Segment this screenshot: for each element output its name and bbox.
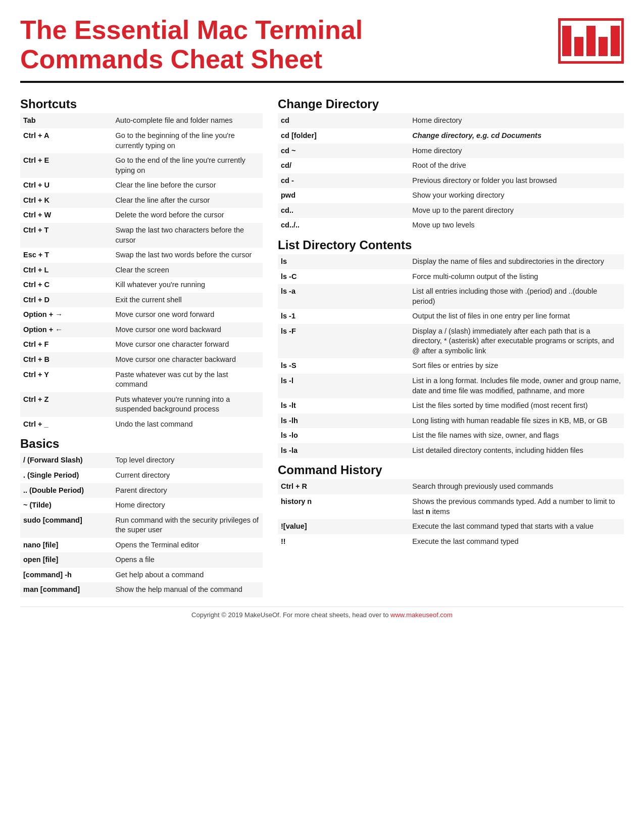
table-row: Option + →Move cursor one word forward [20, 307, 263, 322]
table-row: Ctrl + _Undo the last command [20, 417, 263, 432]
logo-bar-4 [599, 37, 608, 56]
table-row: Ctrl + CKill whatever you're running [20, 277, 263, 293]
table-row: cd ~Home directory [278, 144, 624, 159]
logo-bar-1 [562, 26, 571, 56]
cmd-cell: pwd [278, 188, 409, 203]
cmd-cell: Ctrl + D [20, 293, 112, 308]
cmd-cell: . (Single Period) [20, 468, 112, 483]
table-row: .. (Double Period)Parent directory [20, 483, 263, 498]
cmd-cell: cd - [278, 173, 409, 189]
cmd-cell: .. (Double Period) [20, 483, 112, 498]
table-row: man [command]Show the help manual of the… [20, 582, 263, 597]
table-row: pwdShow your working directory [278, 188, 624, 203]
desc-cell: Sort files or entries by size [409, 358, 624, 374]
desc-cell: Move up to the parent directory [409, 203, 624, 218]
table-row: cdHome directory [278, 113, 624, 128]
cmd-cell: Option + ← [20, 322, 112, 338]
desc-cell: Go to the end of the line you're current… [112, 153, 263, 178]
table-row: / (Forward Slash)Top level directory [20, 453, 263, 468]
desc-cell: Delete the word before the cursor [112, 208, 263, 223]
desc-cell: Long listing with human readable file si… [409, 413, 624, 429]
table-row: ls -CForce multi-column output of the li… [278, 269, 624, 285]
table-row: ls -ltList the files sorted by time modi… [278, 398, 624, 413]
table-row: ls -laList detailed directory contents, … [278, 443, 624, 458]
cmd-cell: nano [file] [20, 538, 112, 553]
cmd-cell: ls -lo [278, 428, 409, 443]
cmd-cell: Ctrl + K [20, 193, 112, 208]
cmd-cell: Ctrl + T [20, 223, 112, 248]
cmd-cell: cd [folder] [278, 128, 409, 144]
list-directory-table: lsDisplay the name of files and subdirec… [278, 254, 624, 458]
desc-cell: List the files sorted by time modified (… [409, 398, 624, 413]
logo-bar-3 [586, 26, 596, 56]
cmd-cell: cd [278, 113, 409, 128]
desc-cell: List the file names with size, owner, an… [409, 428, 624, 443]
table-row: lsDisplay the name of files and subdirec… [278, 254, 624, 269]
desc-cell: Move cursor one character backward [112, 352, 263, 367]
cmd-cell: ![value] [278, 519, 409, 534]
cmd-cell: cd../.. [278, 218, 409, 233]
table-row: ls -FDisplay a / (slash) immediately aft… [278, 324, 624, 359]
desc-cell: Opens a file [112, 552, 263, 568]
cmd-cell: Ctrl + E [20, 153, 112, 178]
footer: Copyright © 2019 MakeUseOf. For more che… [20, 607, 624, 619]
table-row: ls -lList in a long format. Includes fil… [278, 374, 624, 398]
table-row: ls -1Output the list of files in one ent… [278, 309, 624, 324]
cmd-cell: [command] -h [20, 568, 112, 583]
table-row: cd..Move up to the parent directory [278, 203, 624, 218]
footer-text: Copyright © 2019 MakeUseOf. For more che… [191, 611, 388, 619]
cmd-cell: !! [278, 534, 409, 549]
basics-table: / (Forward Slash)Top level directory. (S… [20, 453, 263, 597]
desc-cell: Change directory, e.g. cd Documents [409, 128, 624, 144]
cmd-cell: open [file] [20, 552, 112, 568]
desc-cell: Force multi-column output of the listing [409, 269, 624, 285]
desc-cell: Show the help manual of the command [112, 582, 263, 597]
table-row: open [file]Opens a file [20, 552, 263, 568]
command-history-table: Ctrl + RSearch through previously used c… [278, 479, 624, 549]
table-row: Ctrl + FMove cursor one character forwar… [20, 337, 263, 352]
desc-cell: Display the name of files and subdirecto… [409, 254, 624, 269]
table-row: Ctrl + ZPuts whatever you're running int… [20, 392, 263, 417]
cmd-cell: Ctrl + B [20, 352, 112, 367]
cmd-cell: Ctrl + F [20, 337, 112, 352]
desc-cell: Move cursor one word backward [112, 322, 263, 338]
cmd-cell: man [command] [20, 582, 112, 597]
footer-link[interactable]: www.makeuseof.com [390, 611, 453, 619]
logo-bar-2 [574, 37, 583, 56]
left-column: Shortcuts TabAuto-complete file and fold… [20, 92, 263, 597]
table-row: ![value]Execute the last command typed t… [278, 519, 624, 534]
desc-cell: Shows the previous commands typed. Add a… [409, 494, 624, 519]
desc-cell: Paste whatever was cut by the last comma… [112, 367, 263, 392]
desc-cell: Current directory [112, 468, 263, 483]
desc-cell: Clear the line before the cursor [112, 178, 263, 193]
table-row: TabAuto-complete file and folder names [20, 113, 263, 128]
cmd-cell: ls [278, 254, 409, 269]
desc-cell: Parent directory [112, 483, 263, 498]
shortcuts-table: TabAuto-complete file and folder namesCt… [20, 113, 263, 432]
desc-cell: Previous directory or folder you last br… [409, 173, 624, 189]
cmd-cell: Tab [20, 113, 112, 128]
desc-cell: Execute the last command typed that star… [409, 519, 624, 534]
cmd-cell: ls -S [278, 358, 409, 374]
desc-cell: Exit the current shell [112, 293, 263, 308]
table-row: ls -lhLong listing with human readable f… [278, 413, 624, 429]
table-row: Ctrl + AGo to the beginning of the line … [20, 128, 263, 153]
desc-cell: Clear the screen [112, 263, 263, 278]
table-row: nano [file]Opens the Terminal editor [20, 538, 263, 553]
cmd-cell: Ctrl + A [20, 128, 112, 153]
cmd-cell: Ctrl + Y [20, 367, 112, 392]
desc-cell: List all entries including those with .(… [409, 284, 624, 309]
desc-cell: Execute the last command typed [409, 534, 624, 549]
cmd-cell: Ctrl + Z [20, 392, 112, 417]
cmd-cell: Option + → [20, 307, 112, 322]
cmd-cell: ls -lt [278, 398, 409, 413]
table-row: Ctrl + KClear the line after the cursor [20, 193, 263, 208]
shortcuts-title: Shortcuts [20, 97, 263, 111]
table-row: [command] -hGet help about a command [20, 568, 263, 583]
cmd-cell: / (Forward Slash) [20, 453, 112, 468]
cmd-cell: ls -F [278, 324, 409, 359]
desc-cell: Puts whatever you're running into a susp… [112, 392, 263, 417]
basics-title: Basics [20, 437, 263, 451]
table-row: ls -SSort files or entries by size [278, 358, 624, 374]
change-directory-title: Change Directory [278, 97, 624, 111]
